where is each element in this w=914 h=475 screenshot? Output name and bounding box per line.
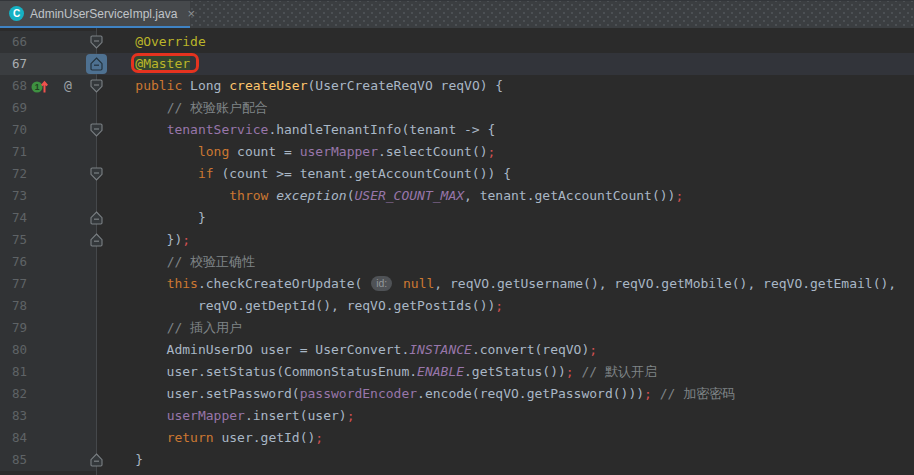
editor-line-85[interactable]: 85 } <box>0 449 914 471</box>
code-line-text: // 校验正确性 <box>97 251 914 273</box>
code-editor[interactable]: 66 @Override67 @Master681@ public Long c… <box>0 28 914 475</box>
editor-line-77[interactable]: 77 this.checkCreateOrUpdate( id: null, r… <box>0 273 914 295</box>
editor-line-72[interactable]: 72 if (count >= tenant.getAccountCount()… <box>0 163 914 185</box>
tab-adminuserserviceimpl[interactable]: C AdminUserServiceImpl.java × <box>0 1 190 26</box>
gutter-cell[interactable]: 79 <box>0 317 97 339</box>
editor-line-82[interactable]: 82 user.setPassword(passwordEncoder.enco… <box>0 383 914 405</box>
gutter-cell[interactable]: 681@ <box>0 75 97 97</box>
code-line-text: @Master <box>97 53 914 75</box>
line-number: 83 <box>12 405 27 427</box>
line-number: 67 <box>12 53 27 75</box>
line-number: 74 <box>12 207 27 229</box>
gutter-cell[interactable]: 73 <box>0 185 97 207</box>
line-number: 82 <box>12 383 27 405</box>
code-line-text: reqVO.getDeptId(), reqVO.getPostIds()); <box>97 295 914 317</box>
code-line-text: @Override <box>97 31 914 53</box>
line-number: 84 <box>12 427 27 449</box>
gutter-cell[interactable]: 81 <box>0 361 97 383</box>
line-number: 80 <box>12 339 27 361</box>
svg-text:1: 1 <box>35 82 40 92</box>
fold-region-end-icon[interactable] <box>90 211 103 225</box>
editor-line-74[interactable]: 74 } <box>0 207 914 229</box>
gutter-cell[interactable]: 67 <box>0 53 97 75</box>
gutter-cell[interactable]: 71 <box>0 141 97 163</box>
code-line-text: // 校验账户配合 <box>97 97 914 119</box>
editor-line-84[interactable]: 84 return user.getId(); <box>0 427 914 449</box>
code-line-text: user.setStatus(CommonStatusEnum.ENABLE.g… <box>97 361 914 383</box>
fold-region-end-icon[interactable] <box>90 233 103 247</box>
gutter-cell[interactable]: 76 <box>0 251 97 273</box>
gutter-cell[interactable]: 77 <box>0 273 97 295</box>
code-line-text: user.setPassword(passwordEncoder.encode(… <box>97 383 914 405</box>
code-line-text: } <box>97 449 914 471</box>
fold-region-selected[interactable] <box>86 54 107 74</box>
editor-tab-bar: C AdminUserServiceImpl.java × <box>0 0 914 28</box>
gutter-cell[interactable]: 70 <box>0 119 97 141</box>
code-lines-container: 66 @Override67 @Master681@ public Long c… <box>0 31 914 471</box>
gutter-cell[interactable]: 80 <box>0 339 97 361</box>
code-line-text: return user.getId(); <box>97 427 914 449</box>
code-line-text: if (count >= tenant.getAccountCount()) { <box>97 163 914 185</box>
editor-line-73[interactable]: 73 throw exception(USER_COUNT_MAX, tenan… <box>0 185 914 207</box>
code-line-text: userMapper.insert(user); <box>97 405 914 427</box>
fold-region-end-icon[interactable] <box>90 453 103 467</box>
editor-line-81[interactable]: 81 user.setStatus(CommonStatusEnum.ENABL… <box>0 361 914 383</box>
line-number: 81 <box>12 361 27 383</box>
override-marker-icon[interactable]: 1 <box>31 78 50 98</box>
editor-line-80[interactable]: 80 AdminUserDO user = UserConvert.INSTAN… <box>0 339 914 361</box>
editor-line-66[interactable]: 66 @Override <box>0 31 914 53</box>
editor-line-78[interactable]: 78 reqVO.getDeptId(), reqVO.getPostIds()… <box>0 295 914 317</box>
gutter-cell[interactable]: 82 <box>0 383 97 405</box>
line-number: 79 <box>12 317 27 339</box>
fold-region-start-icon[interactable] <box>90 35 103 49</box>
gutter-cell[interactable]: 83 <box>0 405 97 427</box>
code-line-text: AdminUserDO user = UserConvert.INSTANCE.… <box>97 339 914 361</box>
master-annotation-highlight: @Master <box>135 56 190 71</box>
editor-line-69[interactable]: 69 // 校验账户配合 <box>0 97 914 119</box>
line-number: 85 <box>12 449 27 471</box>
gutter-cell[interactable]: 84 <box>0 427 97 449</box>
editor-line-71[interactable]: 71 long count = userMapper.selectCount()… <box>0 141 914 163</box>
gutter-cell[interactable]: 85 <box>0 449 97 471</box>
editor-line-75[interactable]: 75 }); <box>0 229 914 251</box>
line-number: 75 <box>12 229 27 251</box>
line-number: 72 <box>12 163 27 185</box>
editor-line-76[interactable]: 76 // 校验正确性 <box>0 251 914 273</box>
fold-region-end-icon <box>90 57 103 71</box>
ide-window: C AdminUserServiceImpl.java × 66 @Overri… <box>0 0 914 475</box>
code-line-text: }); <box>97 229 914 251</box>
gutter-cell[interactable]: 74 <box>0 207 97 229</box>
tab-close-icon[interactable]: × <box>187 7 195 20</box>
gutter-cell[interactable]: 78 <box>0 295 97 317</box>
editor-line-68[interactable]: 681@ public Long createUser(UserCreateRe… <box>0 75 914 97</box>
line-number: 76 <box>12 251 27 273</box>
code-line-text: throw exception(USER_COUNT_MAX, tenant.g… <box>97 185 914 207</box>
code-line-text: public Long createUser(UserCreateReqVO r… <box>97 75 914 97</box>
annotation-at-icon[interactable]: @ <box>64 75 72 97</box>
code-line-text: // 插入用户 <box>97 317 914 339</box>
editor-line-79[interactable]: 79 // 插入用户 <box>0 317 914 339</box>
line-number: 77 <box>12 273 27 295</box>
gutter-cell[interactable]: 75 <box>0 229 97 251</box>
tab-title: AdminUserServiceImpl.java <box>30 7 177 21</box>
code-line-text: long count = userMapper.selectCount(); <box>97 141 914 163</box>
editor-line-83[interactable]: 83 userMapper.insert(user); <box>0 405 914 427</box>
line-number: 78 <box>12 295 27 317</box>
line-number: 73 <box>12 185 27 207</box>
java-class-icon: C <box>9 6 24 21</box>
editor-line-67[interactable]: 67 @Master <box>0 53 914 75</box>
gutter-cell[interactable]: 66 <box>0 31 97 53</box>
fold-region-start-icon[interactable] <box>90 79 103 93</box>
gutter-cell[interactable]: 72 <box>0 163 97 185</box>
line-number: 70 <box>12 119 27 141</box>
gutter-cell[interactable]: 69 <box>0 97 97 119</box>
code-line-text: tenantService.handleTenantInfo(tenant ->… <box>97 119 914 141</box>
editor-line-70[interactable]: 70 tenantService.handleTenantInfo(tenant… <box>0 119 914 141</box>
fold-region-start-icon[interactable] <box>90 167 103 181</box>
fold-region-start-icon[interactable] <box>90 123 103 137</box>
code-line-text: this.checkCreateOrUpdate( id: null, reqV… <box>97 273 914 295</box>
gutter-border-line <box>96 28 97 475</box>
line-number: 68 <box>12 75 27 97</box>
code-line-text: } <box>97 207 914 229</box>
line-number: 66 <box>12 31 27 53</box>
